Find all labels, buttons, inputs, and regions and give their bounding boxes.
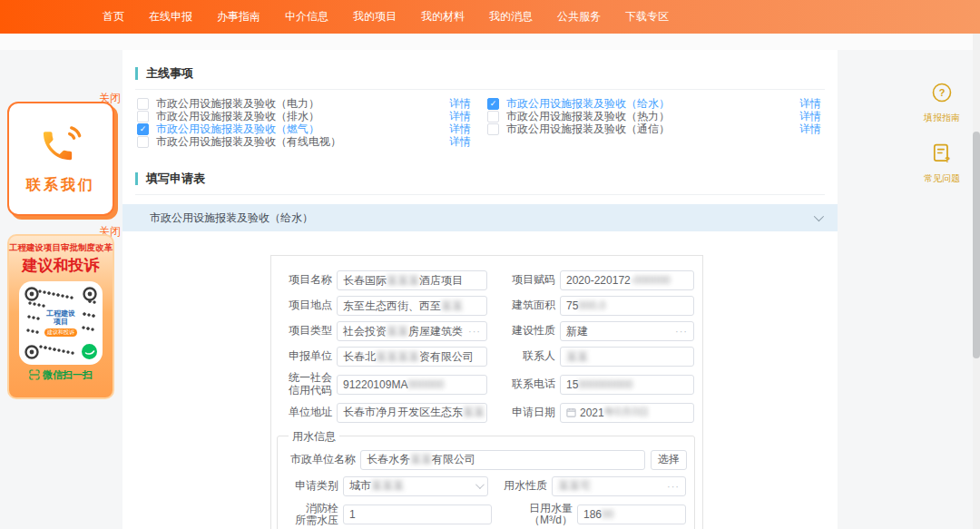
nav-item[interactable]: 中介信息 (285, 9, 328, 24)
field-label: 用水性质 (495, 480, 547, 493)
nav-item[interactable]: 首页 (103, 9, 124, 24)
apply-section-title: 填写申请表 (146, 171, 205, 187)
nav-item[interactable]: 办事指南 (217, 9, 260, 24)
field-input[interactable]: 社会投资某某房屋建筑类··· (337, 321, 487, 341)
nav-item[interactable]: 我的材料 (421, 9, 465, 24)
ellipsis-icon: ··· (663, 481, 680, 492)
checkbox[interactable] (137, 111, 149, 122)
water-rows: 申请类别城市某某某用水性质某某宅···消防栓 所需水压1日用水量 （M³/d）1… (285, 475, 687, 528)
field-value-part: 15 (566, 378, 578, 391)
tool-question-circle[interactable]: ?填报指南 (916, 82, 967, 124)
complaint-subtitle: 建议和投诉 (9, 255, 113, 276)
checkbox[interactable] (137, 98, 149, 110)
field-value-part: 91220109MA (343, 378, 407, 391)
field-input[interactable]: 2020-220172-000000 (560, 270, 694, 290)
complaint-qr-card[interactable]: 工程建设项目审批制度改革 建议和投诉 工程建设 项目 建议和投诉 微信扫一扫 (7, 234, 114, 399)
form-field: 申请日期2021年0月0日 (503, 403, 694, 423)
field-input[interactable]: 新建··· (560, 321, 694, 341)
form-field: 日用水量 （M³/d）18600 (520, 503, 686, 528)
wechat-scan-label: 微信扫一扫 (43, 368, 93, 382)
field-input[interactable]: 1 (343, 505, 492, 524)
form-field: 项目类型社会投资某某房屋建筑类··· (279, 321, 487, 341)
detail-link[interactable]: 详情 (449, 134, 471, 150)
ellipsis-icon: ··· (671, 326, 688, 337)
field-value-part: 年0月0日 (604, 405, 649, 420)
field-input[interactable]: 2021年0月0日 (560, 403, 694, 423)
field-input[interactable]: 91220109MA000000 (337, 375, 487, 395)
water-unit-input[interactable]: 长春水务某某有限公司 (360, 450, 645, 470)
field-input[interactable]: 长春市净月开发区生态东某某 (337, 403, 487, 423)
checkbox-row: 市政公用设施报装及验收（有线电视）详情 (137, 135, 471, 148)
field-value-part: 186 (583, 508, 602, 521)
field-value-part: 某某某 (387, 273, 419, 289)
field-input[interactable]: 某某宅··· (552, 476, 686, 496)
nav-item[interactable]: 下载专区 (625, 9, 669, 24)
field-input[interactable]: 长春北某某某某资有限公司 (337, 347, 487, 367)
mainline-section-title: 主线事项 (146, 65, 193, 82)
apply-section-header: 填写申请表 (135, 166, 825, 195)
checkbox-row: 市政公用设施报装及验收（通信）详情 (487, 122, 821, 135)
field-input[interactable]: 75000.0 (560, 296, 694, 316)
field-input[interactable]: 18600 (577, 505, 686, 524)
field-value-part: 房屋建筑类 (408, 324, 463, 339)
form-row: 统一社会 信用代码91220109MA000000联系电话15000000000 (279, 372, 694, 397)
accordion-title: 市政公用设施报装及验收（给水） (150, 211, 313, 226)
field-value-part: 有限公司 (432, 452, 475, 467)
scrollbar-thumb[interactable] (973, 132, 980, 358)
qr-code: 工程建设 项目 建议和投诉 (19, 281, 103, 365)
field-value-part: 000.0 (578, 299, 605, 312)
tool-label: 填报指南 (916, 112, 967, 124)
checkbox[interactable] (137, 136, 149, 148)
right-tools: ?填报指南?常见问题 (916, 82, 967, 203)
select-unit-button[interactable]: 选择 (651, 450, 687, 470)
field-value-part: 2020-220172 (566, 274, 631, 287)
field-value-part: 2021 (580, 407, 604, 419)
detail-link[interactable]: 详情 (799, 122, 821, 137)
field-label: 项目地点 (279, 299, 332, 312)
checkbox[interactable] (137, 123, 149, 135)
checkbox-column-left: 市政公用设施报装及验收（电力）详情市政公用设施报装及验收（排水）详情市政公用设施… (137, 97, 471, 148)
nav-item[interactable]: 公共服务 (557, 9, 601, 24)
checkbox-label: 市政公用设施报装及验收（有线电视） (156, 134, 341, 150)
contact-us-card[interactable]: 联系我们 (7, 102, 114, 216)
field-input[interactable]: 长春国际某某某酒店项目 (337, 270, 487, 290)
svg-text:?: ? (945, 154, 950, 164)
field-value-part: 长春水务 (367, 452, 410, 467)
section-accent-bar (135, 67, 138, 80)
field-value-part: 000000000 (578, 378, 632, 391)
water-form-row: 申请类别城市某某某用水性质某某宅··· (286, 475, 686, 497)
field-value-part: 社会投资 (343, 324, 387, 339)
ellipsis-icon: ··· (465, 326, 481, 337)
form-row: 项目名称长春国际某某某酒店项目项目赋码2020-220172-000000 (279, 270, 694, 290)
accordion-header-water-supply[interactable]: 市政公用设施报装及验收（给水） (122, 204, 838, 231)
checkbox[interactable] (487, 111, 499, 122)
nav-item[interactable]: 我的项目 (353, 9, 397, 24)
checkbox[interactable] (487, 123, 499, 135)
field-input[interactable]: 东至生态西街、西至某某 (337, 296, 487, 316)
field-value-part: 1 (349, 508, 356, 521)
field-input[interactable]: 15000000000 (560, 375, 694, 395)
sub-strip (0, 34, 980, 50)
field-value-part: 某某 (441, 299, 463, 314)
mainline-section-header: 主线事项 (135, 61, 825, 90)
nav-item[interactable]: 在线申报 (149, 9, 192, 24)
tool-doc-question[interactable]: ?常见问题 (916, 142, 967, 185)
field-input[interactable]: 某某 (560, 347, 694, 367)
field-value-part: 某某某某 (376, 349, 419, 365)
field-input[interactable]: 城市某某某 (343, 476, 488, 496)
checkbox[interactable] (487, 98, 499, 110)
form-field: 项目名称长春国际某某某酒店项目 (279, 270, 487, 290)
scrollbar-track[interactable] (973, 34, 980, 529)
field-value-part: 东至生态西街、西至 (343, 299, 441, 314)
field-label: 建设性质 (503, 325, 555, 338)
form-field: 联系电话15000000000 (503, 375, 694, 395)
contact-us-label: 联系我们 (26, 176, 95, 195)
chevron-down-icon (814, 211, 824, 221)
field-label: 申报单位 (279, 350, 332, 363)
field-value-part: 酒店项目 (419, 273, 463, 289)
field-label: 联系人 (503, 350, 555, 363)
field-value-part: 某某某 (371, 478, 404, 494)
nav-item[interactable]: 我的消息 (489, 9, 533, 24)
form-field: 建设性质新建··· (503, 321, 694, 341)
form-field: 建筑面积75000.0 (503, 296, 694, 316)
